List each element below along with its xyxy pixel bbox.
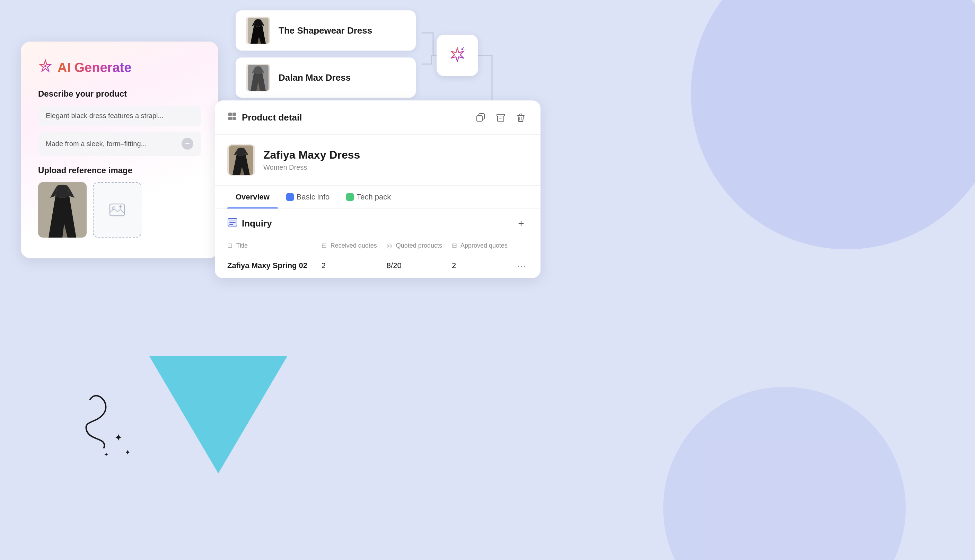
bg-circle-bottom — [663, 387, 906, 560]
row-quoted-products: 8/20 — [387, 253, 452, 278]
ai-title: AI Generate — [57, 60, 131, 75]
inquiry-title: Inquiry — [242, 218, 272, 229]
svg-rect-24 — [497, 114, 504, 116]
product-mini-card-1[interactable]: The Shapewear Dress — [235, 10, 416, 50]
product-name: Zafiya Maxy Dress — [263, 148, 528, 162]
delete-button[interactable] — [514, 110, 528, 125]
col-title: ⊡ Title — [227, 238, 322, 253]
input1-text: Elegant black dress features a strapl... — [46, 112, 193, 120]
input2-text: Made from a sleek, form–fitting... — [46, 140, 182, 148]
inquiry-header: Inquiry + — [227, 209, 528, 238]
tab-tech-pack[interactable]: Tech pack — [338, 186, 399, 208]
col-received-icon: ⊟ — [322, 242, 327, 249]
describe-label: Describe your product — [38, 89, 201, 99]
row-context-menu[interactable]: ··· — [517, 261, 528, 270]
row-approved-quotes: 2 — [452, 253, 517, 278]
svg-rect-19 — [232, 113, 236, 116]
svg-rect-18 — [228, 113, 232, 116]
bg-triangle — [149, 356, 287, 473]
row-received-quotes: 2 — [322, 253, 387, 278]
svg-point-17 — [465, 50, 466, 50]
add-inquiry-button[interactable]: + — [514, 217, 528, 230]
panel-title: Product detail — [242, 112, 302, 123]
product-info-section: Zafiya Maxy Dress Women Dress — [215, 135, 541, 186]
col-quoted-products: ◎ Quoted products — [387, 238, 452, 253]
inquiry-table: ⊡ Title ⊟ Received quotes ◎ Quoted produ… — [227, 238, 528, 278]
product-cards-area: The Shapewear Dress Dalan Max Dress — [235, 10, 416, 98]
remove-input-button[interactable]: − — [182, 138, 193, 150]
svg-rect-21 — [232, 117, 236, 120]
bg-circle-top-right — [691, 0, 975, 249]
tab-basic-info-icon — [286, 193, 294, 201]
tab-overview-label: Overview — [235, 193, 270, 202]
product-mini-img-1 — [246, 17, 270, 44]
product-mini-name-2: Dalan Max Dress — [279, 72, 351, 83]
tabs-row: Overview Basic info Tech pack — [215, 186, 541, 209]
upload-label: Upload reference image — [38, 165, 201, 175]
wand-magic-icon — [447, 45, 468, 66]
col-approved-quotes: ⊟ Approved quotes — [452, 238, 517, 253]
ai-card-header: AI Generate — [38, 59, 201, 77]
product-detail-panel: Product detail — [215, 100, 541, 278]
svg-text:✦: ✦ — [114, 432, 122, 443]
text-input-row-1[interactable]: Elegant black dress features a strapl... — [38, 106, 201, 126]
tab-basic-info[interactable]: Basic info — [278, 186, 338, 208]
row-title: Zafiya Maxy Spring 02 — [227, 253, 322, 278]
panel-header-left: Product detail — [227, 112, 302, 123]
image-plus-icon — [109, 201, 126, 218]
ai-wand-box[interactable] — [437, 35, 478, 76]
svg-text:✦: ✦ — [125, 448, 130, 456]
inquiry-section: Inquiry + ⊡ Title ⊟ Received quotes ◎ — [215, 209, 541, 278]
uploaded-image-1[interactable] — [38, 182, 87, 238]
upload-add-button[interactable] — [93, 182, 141, 238]
inquiry-title-row: Inquiry — [227, 217, 272, 230]
svg-text:✦: ✦ — [104, 452, 109, 457]
copy-button[interactable] — [473, 110, 488, 125]
col-approved-icon: ⊟ — [452, 242, 457, 249]
panel-actions — [473, 110, 528, 125]
product-thumbnail — [227, 144, 255, 176]
upload-images-area — [38, 182, 201, 238]
product-mini-card-2[interactable]: Dalan Max Dress — [235, 57, 416, 98]
text-input-row-2[interactable]: Made from a sleek, form–fitting... − — [38, 132, 201, 156]
tab-tech-pack-label: Tech pack — [357, 193, 391, 202]
svg-rect-9 — [110, 204, 124, 216]
ai-star-icon — [38, 59, 53, 77]
svg-rect-20 — [228, 117, 232, 120]
table-row: Zafiya Maxy Spring 02 2 8/20 2 ··· — [227, 253, 528, 278]
svg-point-3 — [44, 65, 47, 67]
product-category: Women Dress — [263, 163, 528, 172]
product-mini-name-1: The Shapewear Dress — [279, 25, 372, 36]
archive-button[interactable] — [493, 110, 508, 125]
col-quoted-icon: ◎ — [387, 242, 392, 249]
panel-header: Product detail — [215, 100, 541, 135]
panel-title-icon — [227, 112, 237, 123]
tab-basic-info-label: Basic info — [297, 193, 329, 202]
svg-point-15 — [461, 48, 463, 50]
svg-rect-23 — [477, 116, 482, 121]
svg-point-16 — [463, 47, 464, 48]
tab-overview[interactable]: Overview — [227, 186, 278, 208]
product-name-area: Zafiya Maxy Dress Women Dress — [263, 148, 528, 172]
product-mini-img-2 — [246, 64, 270, 92]
tab-tech-pack-icon — [346, 193, 354, 201]
inquiry-icon — [227, 217, 238, 230]
ai-generate-card: AI Generate Describe your product Elegan… — [21, 42, 218, 258]
col-received-quotes: ⊟ Received quotes — [322, 238, 387, 253]
col-title-icon: ⊡ — [227, 242, 232, 249]
decorative-squiggle: ✦ ✦ ✦ — [69, 392, 145, 463]
